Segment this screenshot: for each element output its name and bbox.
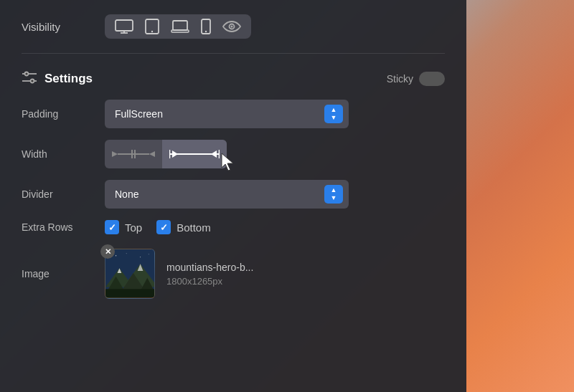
svg-rect-36	[105, 289, 154, 297]
svg-marker-18	[149, 151, 155, 157]
chevron-up-icon: ▲	[331, 187, 337, 193]
bottom-checkbox[interactable]: ✓	[156, 220, 171, 234]
top-check-icon: ✓	[108, 222, 116, 233]
svg-point-30	[149, 254, 149, 254]
svg-point-5	[151, 31, 153, 32]
width-label: Width	[22, 148, 93, 160]
padding-value: FullScreen	[115, 108, 163, 120]
chevron-down-icon: ▼	[331, 115, 337, 121]
svg-marker-24	[172, 150, 178, 158]
width-controls-wrap	[105, 140, 227, 168]
remove-image-button[interactable]: ✕	[100, 244, 115, 259]
sidebar-panel: Visibility	[0, 0, 466, 392]
chevron-down-icon: ▼	[331, 195, 337, 201]
width-narrow-option[interactable]	[105, 140, 162, 168]
sticky-toggle[interactable]	[419, 72, 445, 86]
padding-select[interactable]: FullScreen ▲ ▼	[105, 100, 349, 128]
top-label: Top	[125, 221, 142, 234]
tablet-icon[interactable]	[145, 19, 159, 34]
divider-select[interactable]: None ▲ ▼	[105, 180, 349, 209]
visibility-icons-group	[105, 14, 251, 39]
svg-point-11	[231, 26, 233, 28]
image-row: Image ✕	[22, 249, 445, 299]
svg-point-13	[25, 72, 29, 76]
close-icon: ✕	[105, 248, 111, 256]
settings-sliders-icon	[22, 71, 37, 87]
svg-point-29	[140, 257, 141, 257]
image-thumbnail-wrap: ✕	[105, 249, 155, 299]
visibility-label: Visibility	[22, 21, 93, 33]
laptop-icon[interactable]	[171, 19, 189, 34]
padding-label: Padding	[22, 108, 93, 120]
top-checkbox-group[interactable]: ✓ Top	[105, 220, 142, 234]
svg-point-28	[126, 253, 127, 254]
svg-rect-7	[171, 30, 189, 32]
extra-rows-row: Extra Rows ✓ Top ✓ Bottom	[22, 220, 445, 234]
desktop-icon[interactable]	[115, 19, 133, 34]
bottom-label: Bottom	[177, 221, 211, 234]
top-checkbox[interactable]: ✓	[105, 220, 119, 234]
divider-label: Divider	[22, 188, 93, 200]
visibility-row: Visibility	[22, 14, 445, 54]
image-filename: mountians-hero-b...	[166, 262, 253, 273]
svg-point-27	[116, 255, 116, 256]
bottom-check-icon: ✓	[160, 222, 168, 233]
chevron-up-icon: ▲	[331, 107, 337, 113]
svg-rect-6	[173, 21, 187, 30]
settings-title: Settings	[44, 72, 93, 86]
image-dimensions: 1800x1265px	[166, 276, 253, 287]
padding-row: Padding FullScreen ▲ ▼	[22, 100, 445, 128]
width-control	[105, 140, 227, 168]
svg-point-9	[205, 31, 207, 32]
width-full-option[interactable]	[162, 140, 227, 168]
svg-point-15	[31, 80, 34, 83]
mobile-icon[interactable]	[201, 19, 211, 34]
image-info: mountians-hero-b... 1800x1265px	[166, 262, 253, 287]
svg-rect-0	[116, 20, 133, 31]
divider-value: None	[115, 188, 138, 200]
bottom-checkbox-group[interactable]: ✓ Bottom	[156, 220, 211, 234]
sticky-label: Sticky	[387, 73, 413, 85]
divider-row: Divider None ▲ ▼	[22, 180, 445, 209]
extra-rows-controls: ✓ Top ✓ Bottom	[105, 220, 211, 234]
eye-icon[interactable]	[222, 20, 241, 33]
padding-select-arrow[interactable]: ▲ ▼	[324, 105, 343, 123]
image-label: Image	[22, 268, 93, 279]
svg-marker-25	[211, 150, 217, 158]
settings-title-group: Settings	[22, 71, 93, 87]
width-row: Width	[22, 140, 445, 168]
settings-header: Settings Sticky	[22, 71, 445, 87]
extra-rows-label: Extra Rows	[22, 221, 93, 233]
divider-select-arrow[interactable]: ▲ ▼	[324, 185, 343, 204]
sticky-group: Sticky	[387, 72, 445, 86]
svg-marker-16	[112, 151, 118, 157]
